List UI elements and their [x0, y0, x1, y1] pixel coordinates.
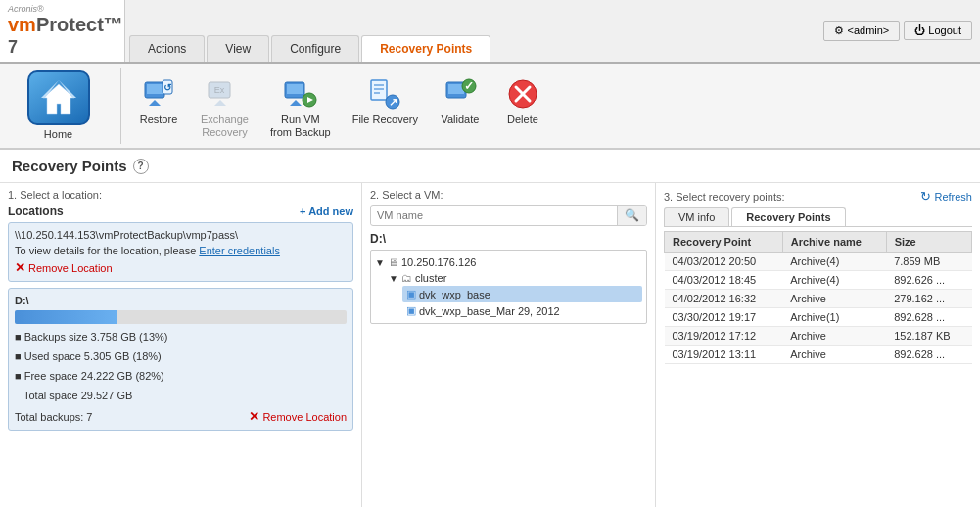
drive-progress-fill	[15, 310, 117, 324]
total-backups: Total backups: 7	[15, 411, 93, 423]
cell-recovery-point: 04/03/2012 20:50	[665, 253, 783, 271]
svg-text:✓: ✓	[464, 79, 474, 93]
logout-button[interactable]: ⏻ Logout	[904, 21, 972, 40]
validate-button[interactable]: ✓ Validate	[431, 71, 490, 131]
vm1-icon: ▣	[406, 288, 416, 300]
svg-text:↗: ↗	[389, 96, 397, 108]
vm-path-label: D:\	[370, 232, 647, 246]
admin-button[interactable]: ⚙ <admin>	[823, 21, 900, 41]
cell-archive-name: Archive	[782, 290, 886, 308]
exchange-recovery-icon: Ex	[207, 76, 242, 112]
help-icon[interactable]: ?	[133, 159, 149, 174]
tab-vm-info[interactable]: VM info	[664, 207, 729, 226]
tree-indent-cluster: ▼ 🗂 cluster ▣ dvk_wxp_base ▣ dvk_wxp_bas…	[389, 270, 642, 319]
cell-archive-name: Archive	[782, 346, 886, 364]
user-bar: ⚙ <admin> ⏻ Logout	[816, 0, 980, 62]
svg-text:Ex: Ex	[214, 85, 225, 95]
remove-location2-link[interactable]: ✕ Remove Location	[249, 409, 347, 424]
drive-stats: ■ Backups size 3.758 GB (13%) ■ Used spa…	[15, 328, 347, 405]
run-vm-from-backup-icon	[283, 76, 318, 112]
add-new-link[interactable]: + Add new	[300, 206, 353, 217]
col-archive-name: Archive name	[782, 232, 886, 253]
refresh-label: Refresh	[934, 191, 972, 203]
file-recovery-label: File Recovery	[352, 114, 418, 126]
tab-view[interactable]: View	[207, 35, 269, 62]
home-label: Home	[44, 128, 72, 140]
exchange-recovery-button[interactable]: Ex ExchangeRecovery	[192, 71, 257, 144]
restore-icon: ↺	[141, 76, 176, 112]
table-row[interactable]: 03/19/2012 17:12 Archive 152.187 KB	[665, 327, 972, 346]
home-icon[interactable]	[27, 70, 90, 125]
tab-recovery-points-inner[interactable]: Recovery Points	[731, 207, 845, 226]
recovery-points-table: Recovery Point Archive name Size 04/03/2…	[664, 231, 972, 364]
toolbar-buttons: ↺ Restore Ex ExchangeRecovery	[129, 68, 552, 144]
vm1-label: dvk_wxp_base	[419, 289, 490, 300]
table-row[interactable]: 04/02/2012 16:32 Archive 279.162 ...	[665, 290, 972, 308]
svg-marker-0	[43, 84, 74, 114]
vm-protect-logo: vmProtect™ 7	[8, 14, 117, 58]
svg-rect-12	[287, 84, 303, 94]
svg-rect-4	[147, 84, 163, 94]
vm-search-input[interactable]	[371, 207, 617, 224]
tree-item-vm2[interactable]: ▣ dvk_wxp_base_Mar 29, 2012	[402, 302, 642, 319]
table-row[interactable]: 03/19/2012 13:11 Archive 892.628 ...	[665, 346, 972, 364]
exchange-recovery-label: ExchangeRecovery	[201, 114, 249, 139]
run-vm-from-backup-button[interactable]: Run VMfrom Backup	[261, 71, 340, 144]
cell-size: 892.626 ...	[886, 271, 971, 290]
svg-marker-5	[149, 100, 161, 106]
drive-box: D:\ ■ Backups size 3.758 GB (13%) ■ Used…	[8, 288, 353, 431]
tree-indent-vms: ▣ dvk_wxp_base ▣ dvk_wxp_base_Mar 29, 20…	[402, 286, 642, 319]
table-row[interactable]: 03/30/2012 19:17 Archive(1) 892.628 ...	[665, 308, 972, 327]
cell-recovery-point: 03/19/2012 17:12	[665, 327, 783, 346]
remove-location1-link[interactable]: ✕ Remove Location	[15, 260, 347, 275]
section3-label: 3. Select recovery points:	[664, 191, 785, 203]
tab-recovery-points[interactable]: Recovery Points	[361, 35, 490, 62]
tree-item-cluster[interactable]: ▼ 🗂 cluster	[389, 270, 642, 286]
location1-creds-text: To view details for the location, please…	[15, 245, 347, 256]
location1-path: \\10.250.144.153\vmProtectBackup\vmp7pas…	[15, 229, 347, 241]
cell-archive-name: Archive(4)	[782, 271, 886, 290]
file-recovery-button[interactable]: ↗ File Recovery	[344, 71, 427, 131]
logo-version: 7	[8, 37, 18, 57]
content-area: 1. Select a location: Locations + Add ne…	[0, 183, 980, 507]
refresh-button[interactable]: ↻ Refresh	[920, 189, 972, 204]
file-recovery-icon: ↗	[367, 76, 402, 112]
tab-actions[interactable]: Actions	[129, 35, 205, 62]
vm-search-button[interactable]: 🔍	[617, 206, 646, 225]
locations-title: Locations	[8, 205, 64, 218]
server-icon: 🖥	[388, 256, 398, 268]
acronis-label: Acronis®	[8, 4, 117, 14]
page-title: Recovery Points	[12, 158, 127, 174]
restore-button[interactable]: ↺ Restore	[129, 71, 188, 131]
validate-label: Validate	[441, 114, 479, 126]
cluster-expand-icon: ▼	[389, 273, 398, 284]
cell-archive-name: Archive(1)	[782, 308, 886, 327]
tree-item-vm1[interactable]: ▣ dvk_wxp_base	[402, 286, 642, 302]
drive-label: D:\	[15, 295, 347, 306]
cluster-label: cluster	[415, 272, 446, 284]
remove-x-icon1: ✕	[15, 260, 25, 275]
cell-size: 279.162 ...	[886, 290, 971, 308]
delete-button[interactable]: Delete	[493, 71, 552, 131]
location1-box: \\10.250.144.153\vmProtectBackup\vmp7pas…	[8, 222, 353, 282]
logo-vm: vm	[8, 14, 36, 35]
table-row[interactable]: 04/03/2012 20:50 Archive(4) 7.859 MB	[665, 253, 972, 271]
section1-label: 1. Select a location:	[8, 189, 353, 201]
enter-credentials-link[interactable]: Enter credentials	[199, 245, 280, 256]
backups-size: ■ Backups size 3.758 GB (13%)	[15, 328, 347, 347]
cell-recovery-point: 03/19/2012 13:11	[665, 346, 783, 364]
tab-configure[interactable]: Configure	[271, 35, 359, 62]
vm-search-box: 🔍	[370, 205, 647, 226]
header: Acronis® vmProtect™ 7 Actions View Confi…	[0, 0, 980, 150]
svg-marker-10	[214, 100, 226, 106]
total-space: Total space 29.527 GB	[15, 387, 347, 406]
cell-archive-name: Archive	[782, 327, 886, 346]
table-row[interactable]: 04/03/2012 18:45 Archive(4) 892.626 ...	[665, 271, 972, 290]
drive-progress-bar	[15, 310, 347, 324]
cell-size: 152.187 KB	[886, 327, 971, 346]
tree-item-server[interactable]: ▼ 🖥 10.250.176.126	[375, 254, 642, 270]
restore-label: Restore	[140, 114, 178, 126]
cell-recovery-point: 04/03/2012 18:45	[665, 271, 783, 290]
cell-archive-name: Archive(4)	[782, 253, 886, 271]
cell-recovery-point: 03/30/2012 19:17	[665, 308, 783, 327]
